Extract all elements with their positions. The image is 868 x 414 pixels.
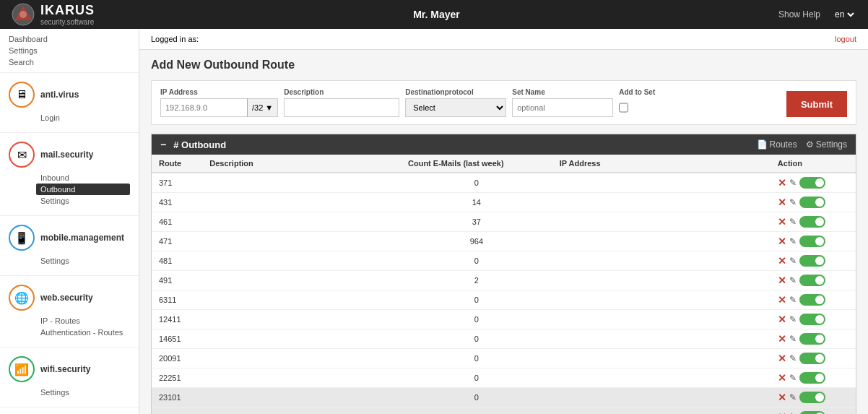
- antivirus-links: Login: [0, 111, 139, 126]
- setname-label: Set Name: [512, 88, 613, 96]
- edit-icon[interactable]: ✎: [789, 314, 797, 324]
- cell-count: 2: [401, 271, 552, 290]
- cell-count: 0: [401, 368, 552, 388]
- content-header: Logged in as: logout: [139, 29, 868, 50]
- toggle-switch[interactable]: [799, 177, 825, 189]
- sidebar-item-settings[interactable]: Settings: [9, 45, 130, 56]
- sidebar-section-header-mobile[interactable]: mobile.management: [0, 222, 139, 254]
- logged-in-label: Logged in as:: [151, 35, 199, 43]
- cell-description: [202, 310, 401, 329]
- delete-icon[interactable]: ✕: [778, 177, 786, 189]
- delete-icon[interactable]: ✕: [778, 411, 786, 414]
- mobile-settings-link[interactable]: Settings: [40, 255, 130, 267]
- logo-text: IKARUS: [40, 3, 95, 18]
- cell-description: [202, 290, 401, 310]
- edit-icon[interactable]: ✎: [789, 178, 797, 188]
- setname-input[interactable]: [512, 98, 613, 117]
- edit-icon[interactable]: ✎: [789, 236, 797, 246]
- wifi-settings-link[interactable]: Settings: [40, 387, 130, 398]
- settings-link[interactable]: ⚙ Settings: [806, 139, 847, 150]
- toggle-switch[interactable]: [799, 333, 825, 345]
- dest-protocol-group: Destinationprotocol Select: [405, 88, 506, 117]
- sidebar-item-search[interactable]: Search: [9, 56, 130, 68]
- cell-ip: [552, 290, 771, 310]
- delete-icon[interactable]: ✕: [778, 392, 786, 403]
- edit-icon[interactable]: ✎: [789, 334, 797, 344]
- toggle-switch[interactable]: [799, 294, 825, 306]
- cell-action: ✕ ✎: [771, 232, 856, 251]
- sidebar-nav-top: Dashboard Settings Search: [0, 29, 139, 73]
- sidebar-section-header-antivirus[interactable]: anti.virus: [0, 79, 139, 111]
- dest-select[interactable]: Select: [405, 98, 506, 117]
- cell-route: 12411: [152, 310, 202, 329]
- dest-label: Destinationprotocol: [405, 88, 506, 96]
- delete-icon[interactable]: ✕: [778, 333, 786, 345]
- sidebar-section-header-mailsecurity[interactable]: mail.security: [0, 139, 139, 171]
- toggle-switch[interactable]: [799, 236, 825, 247]
- sidebar-section-header-websecurity[interactable]: web.security: [0, 282, 139, 314]
- routes-link[interactable]: 📄 Routes: [757, 139, 797, 150]
- toggle-switch[interactable]: [799, 392, 825, 403]
- edit-icon[interactable]: ✎: [789, 295, 797, 305]
- show-help-link[interactable]: Show Help: [778, 9, 820, 20]
- cell-description: [202, 368, 401, 388]
- settings-icon: ⚙: [806, 139, 814, 150]
- edit-icon[interactable]: ✎: [789, 373, 797, 383]
- edit-icon[interactable]: ✎: [789, 217, 797, 227]
- page-title: Add New Outbound Route: [151, 59, 856, 72]
- cell-ip: [552, 329, 771, 349]
- wifi-icon: [14, 363, 29, 376]
- toggle-switch[interactable]: [799, 255, 825, 267]
- delete-icon[interactable]: ✕: [778, 197, 786, 208]
- outbound-table: Route Description Count E-Mails (last we…: [152, 155, 856, 414]
- toggle-switch[interactable]: [799, 314, 825, 325]
- submit-button[interactable]: Submit: [786, 91, 847, 117]
- cell-route: 491: [152, 271, 202, 290]
- edit-icon[interactable]: ✎: [789, 353, 797, 363]
- addtoset-checkbox[interactable]: [619, 98, 628, 117]
- cidr-select[interactable]: /32 ▼: [247, 98, 278, 117]
- toggle-switch[interactable]: [799, 275, 825, 286]
- cell-ip: [552, 251, 771, 271]
- toggle-switch[interactable]: [799, 411, 825, 414]
- delete-icon[interactable]: ✕: [778, 314, 786, 325]
- addtoset-label: Add to Set: [619, 88, 655, 96]
- mail-icon: [17, 148, 27, 162]
- toggle-switch[interactable]: [799, 197, 825, 208]
- edit-icon[interactable]: ✎: [789, 392, 797, 402]
- toggle-switch[interactable]: [799, 216, 825, 228]
- mail-outbound-link[interactable]: Outbound: [36, 184, 130, 195]
- mail-settings-link[interactable]: Settings: [40, 195, 130, 207]
- delete-icon[interactable]: ✕: [778, 372, 786, 384]
- cell-route: 14651: [152, 329, 202, 349]
- delete-icon[interactable]: ✕: [778, 216, 786, 228]
- description-input[interactable]: [284, 98, 399, 117]
- toggle-switch[interactable]: [799, 353, 825, 364]
- mail-inbound-link[interactable]: Inbound: [40, 172, 130, 184]
- cell-count: 0: [401, 290, 552, 310]
- cell-action: ✕ ✎: [771, 271, 856, 290]
- col-count: Count E-Mails (last week): [401, 155, 552, 173]
- sidebar-item-dashboard[interactable]: Dashboard: [9, 33, 130, 45]
- delete-icon[interactable]: ✕: [778, 294, 786, 306]
- col-ip: IP Address: [552, 155, 771, 173]
- delete-icon[interactable]: ✕: [778, 255, 786, 267]
- edit-icon[interactable]: ✎: [789, 256, 797, 266]
- svg-point-2: [19, 11, 27, 18]
- edit-icon[interactable]: ✎: [789, 275, 797, 285]
- web-iproutes-link[interactable]: IP - Routes: [40, 315, 130, 327]
- antivirus-login-link[interactable]: Login: [40, 112, 130, 124]
- ip-input[interactable]: [160, 98, 247, 117]
- web-auth-routes-link[interactable]: Authentication - Routes: [40, 327, 130, 338]
- logout-link[interactable]: logout: [835, 35, 856, 43]
- delete-icon[interactable]: ✕: [778, 236, 786, 247]
- edit-icon[interactable]: ✎: [789, 197, 797, 207]
- cell-description: [202, 193, 401, 212]
- delete-icon[interactable]: ✕: [778, 353, 786, 364]
- delete-icon[interactable]: ✕: [778, 275, 786, 286]
- sidebar-section-header-wifisecurity[interactable]: wifi.security: [0, 353, 139, 385]
- toggle-switch[interactable]: [799, 372, 825, 384]
- language-select[interactable]: en de: [832, 9, 856, 20]
- cell-count: 0: [401, 251, 552, 271]
- collapse-icon[interactable]: −: [160, 139, 166, 150]
